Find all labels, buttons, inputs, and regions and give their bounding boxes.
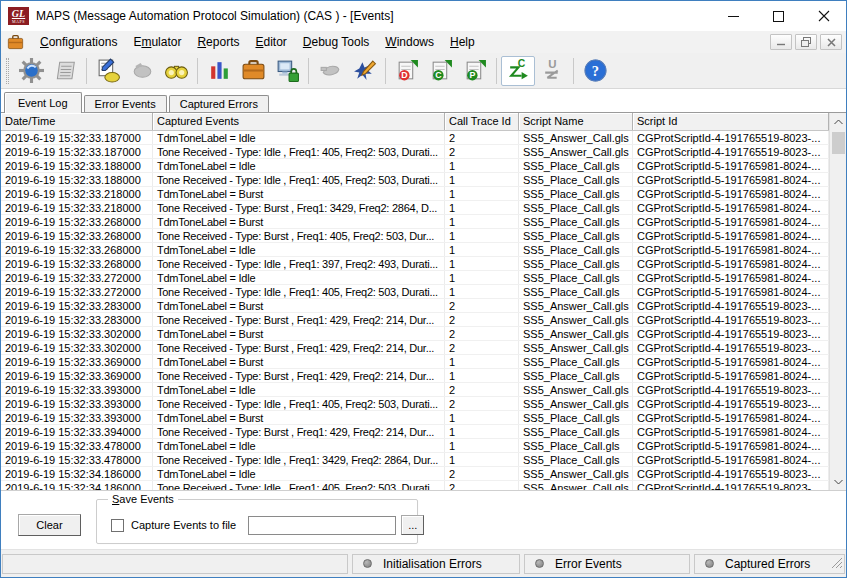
column-header-call-trace-id[interactable]: Call Trace Id: [445, 113, 519, 130]
cell-call-trace-id: 1: [445, 271, 519, 284]
scrollbar-thumb[interactable]: [832, 132, 845, 154]
table-row[interactable]: 2019-6-19 15:32:33.394000Tone Received -…: [1, 425, 829, 439]
menu-item-editor[interactable]: Editor: [247, 33, 294, 51]
scroll-down-icon[interactable]: [830, 473, 847, 490]
event-log-grid: Date/Time Captured Events Call Trace Id …: [1, 113, 846, 490]
clear-button[interactable]: Clear: [18, 514, 81, 536]
title-bar: GL MAPS MAPS (Message Automation Protoco…: [1, 1, 846, 31]
table-row[interactable]: 2019-6-19 15:32:33.187000TdmToneLabel = …: [1, 131, 829, 145]
cell-captured-event: TdmToneLabel = Burst: [153, 327, 445, 340]
table-row[interactable]: 2019-6-19 15:32:33.393000Tone Received -…: [1, 397, 829, 411]
table-row[interactable]: 2019-6-19 15:32:33.188000TdmToneLabel = …: [1, 159, 829, 173]
tab-captured-errors[interactable]: Captured Errors: [169, 95, 269, 112]
cell-datetime: 2019-6-19 15:32:33.272000: [1, 271, 153, 284]
cell-datetime: 2019-6-19 15:32:33.393000: [1, 383, 153, 396]
table-row[interactable]: 2019-6-19 15:32:33.478000Tone Received -…: [1, 453, 829, 467]
menu-item-emulator[interactable]: Emulator: [125, 33, 189, 51]
table-row[interactable]: 2019-6-19 15:32:33.268000TdmToneLabel = …: [1, 215, 829, 229]
script-log-c-icon[interactable]: C: [424, 56, 458, 86]
minimize-icon[interactable]: [711, 1, 756, 31]
command-sequence-icon[interactable]: C: [501, 56, 535, 86]
table-row[interactable]: 2019-6-19 15:32:33.393000TdmToneLabel = …: [1, 411, 829, 425]
table-row[interactable]: 2019-6-19 15:32:33.188000Tone Received -…: [1, 173, 829, 187]
menu-item-windows[interactable]: Windows: [377, 33, 442, 51]
capture-events-checkbox[interactable]: [111, 519, 124, 532]
cell-call-trace-id: 2: [445, 341, 519, 354]
menu-item-help[interactable]: Help: [442, 33, 483, 51]
menu-item-debug-tools[interactable]: Debug Tools: [295, 33, 378, 51]
cell-datetime: 2019-6-19 15:32:33.393000: [1, 411, 153, 424]
table-row[interactable]: 2019-6-19 15:32:33.268000Tone Received -…: [1, 229, 829, 243]
cell-captured-event: Tone Received - Type: Idle , Freq1: 397,…: [153, 257, 445, 270]
script-log-d-icon[interactable]: D: [390, 56, 424, 86]
table-row[interactable]: 2019-6-19 15:32:33.268000Tone Received -…: [1, 257, 829, 271]
cell-script-name: SS5_Place_Call.gls: [519, 285, 633, 298]
resize-grip-icon[interactable]: [830, 556, 843, 572]
bottom-panel: Clear Save Events Capture Events to file…: [1, 490, 846, 549]
table-row[interactable]: 2019-6-19 15:32:34.186000Tone Received -…: [1, 481, 829, 490]
cell-captured-event: Tone Received - Type: Burst , Freq1: 405…: [153, 229, 445, 242]
table-row[interactable]: 2019-6-19 15:32:33.369000TdmToneLabel = …: [1, 355, 829, 369]
help-icon[interactable]: ?: [578, 56, 612, 86]
cell-script-id: CGProtScriptId-5-191765981-8024-...: [633, 439, 829, 452]
svg-text:?: ?: [591, 63, 598, 79]
cell-script-id: CGProtScriptId-4-191765519-8023-...: [633, 481, 829, 490]
cell-captured-event: TdmToneLabel = Idle: [153, 271, 445, 284]
wizard-pencil-icon[interactable]: [347, 56, 381, 86]
cell-script-name: SS5_Answer_Call.gls: [519, 397, 633, 410]
tab-error-events[interactable]: Error Events: [84, 95, 167, 112]
table-row[interactable]: 2019-6-19 15:32:33.268000TdmToneLabel = …: [1, 243, 829, 257]
script-contents-binoculars-icon[interactable]: [159, 56, 193, 86]
table-row[interactable]: 2019-6-19 15:32:33.272000Tone Received -…: [1, 285, 829, 299]
mdi-window-controls: [770, 34, 842, 50]
cell-script-name: SS5_Place_Call.gls: [519, 271, 633, 284]
cell-datetime: 2019-6-19 15:32:33.283000: [1, 313, 153, 326]
table-row[interactable]: 2019-6-19 15:32:33.187000Tone Received -…: [1, 145, 829, 159]
report-viewer-icon[interactable]: [48, 56, 82, 86]
call-receive-icon[interactable]: [125, 56, 159, 86]
toolbar-separator: [197, 58, 198, 84]
browse-button[interactable]: ...: [401, 515, 424, 535]
table-row[interactable]: 2019-6-19 15:32:33.283000Tone Received -…: [1, 313, 829, 327]
mdi-restore-icon[interactable]: [795, 34, 817, 50]
cell-call-trace-id: 2: [445, 467, 519, 480]
table-row[interactable]: 2019-6-19 15:32:33.302000TdmToneLabel = …: [1, 327, 829, 341]
table-row[interactable]: 2019-6-19 15:32:33.218000TdmToneLabel = …: [1, 187, 829, 201]
menu-item-reports[interactable]: Reports: [189, 33, 247, 51]
security-computer-lock-icon[interactable]: [270, 56, 304, 86]
vertical-scrollbar[interactable]: [829, 113, 846, 490]
column-header-captured-events[interactable]: Captured Events: [153, 113, 445, 130]
script-stop-icon[interactable]: U: [535, 56, 569, 86]
table-row[interactable]: 2019-6-19 15:32:34.186000TdmToneLabel = …: [1, 467, 829, 481]
tab-event-log[interactable]: Event Log: [4, 92, 82, 113]
column-header-script-name[interactable]: Script Name: [519, 113, 633, 130]
script-editor-icon[interactable]: [91, 56, 125, 86]
testbed-setup-gear-icon[interactable]: [14, 56, 48, 86]
statistics-chart-icon[interactable]: [202, 56, 236, 86]
table-row[interactable]: 2019-6-19 15:32:33.369000Tone Received -…: [1, 369, 829, 383]
table-row[interactable]: 2019-6-19 15:32:33.478000TdmToneLabel = …: [1, 439, 829, 453]
scroll-up-icon[interactable]: [830, 113, 847, 130]
table-row[interactable]: 2019-6-19 15:32:33.218000Tone Received -…: [1, 201, 829, 215]
cell-call-trace-id: 1: [445, 173, 519, 186]
cell-script-name: SS5_Answer_Call.gls: [519, 313, 633, 326]
table-row[interactable]: 2019-6-19 15:32:33.393000TdmToneLabel = …: [1, 383, 829, 397]
toolbar-grip[interactable]: [6, 58, 9, 84]
cell-script-id: CGProtScriptId-5-191765981-8024-...: [633, 411, 829, 424]
table-row[interactable]: 2019-6-19 15:32:33.302000Tone Received -…: [1, 341, 829, 355]
column-header-script-id[interactable]: Script Id: [633, 113, 829, 130]
profile-briefcase-icon[interactable]: [236, 56, 270, 86]
cell-script-id: CGProtScriptId-5-191765981-8024-...: [633, 425, 829, 438]
table-row[interactable]: 2019-6-19 15:32:33.272000TdmToneLabel = …: [1, 271, 829, 285]
stamp-icon[interactable]: [313, 56, 347, 86]
menu-item-configurations[interactable]: Configurations: [32, 33, 125, 51]
mdi-close-icon[interactable]: [820, 34, 842, 50]
column-header-datetime[interactable]: Date/Time: [1, 113, 153, 130]
cell-captured-event: TdmToneLabel = Idle: [153, 383, 445, 396]
script-log-p-icon[interactable]: P: [458, 56, 492, 86]
table-row[interactable]: 2019-6-19 15:32:33.283000TdmToneLabel = …: [1, 299, 829, 313]
close-icon[interactable]: [801, 1, 846, 31]
maximize-icon[interactable]: [756, 1, 801, 31]
mdi-minimize-icon[interactable]: [770, 34, 792, 50]
capture-file-input[interactable]: [248, 516, 396, 535]
